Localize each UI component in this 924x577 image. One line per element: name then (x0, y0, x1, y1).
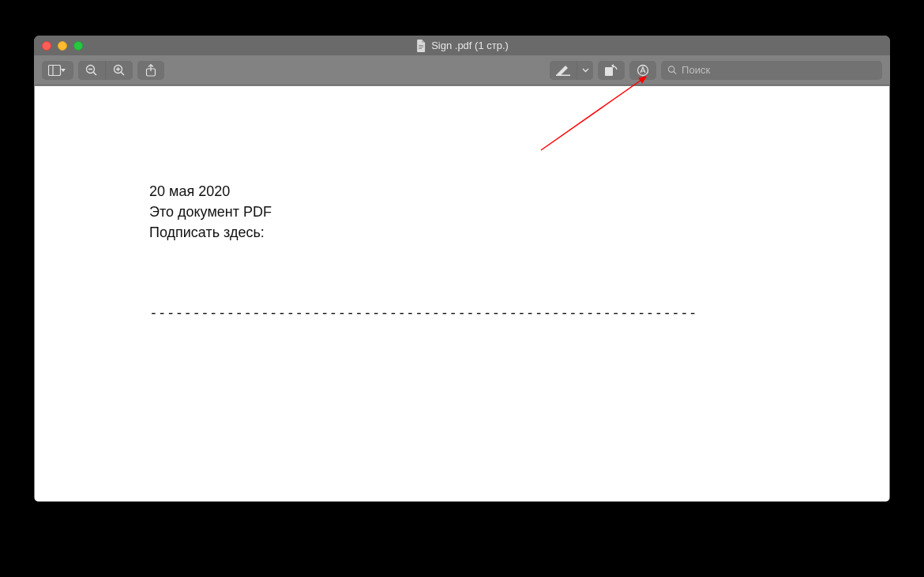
svg-line-6 (93, 72, 96, 75)
sidebar-toggle-button[interactable] (42, 61, 73, 80)
search-input[interactable] (682, 64, 876, 76)
sidebar-icon (48, 65, 67, 76)
app-window: Sign .pdf (1 стр.) (34, 36, 890, 502)
zoom-out-button[interactable] (78, 61, 105, 80)
svg-rect-15 (605, 67, 613, 76)
maximize-window-button[interactable] (73, 41, 83, 51)
doc-line-title: Это документ PDF (149, 202, 731, 222)
highlight-dropdown-button[interactable] (577, 61, 593, 80)
highlight-button[interactable] (550, 61, 577, 80)
svg-point-17 (668, 66, 674, 72)
window-title-group: Sign .pdf (1 стр.) (415, 40, 509, 52)
close-window-button[interactable] (42, 41, 51, 51)
chevron-down-icon (582, 68, 589, 73)
svg-line-9 (121, 72, 124, 75)
svg-line-18 (674, 71, 676, 74)
svg-rect-0 (419, 45, 423, 46)
zoom-out-icon (85, 64, 98, 77)
document-page: 20 мая 2020 Это документ PDF Подписать з… (35, 86, 889, 501)
highlight-group (550, 61, 593, 80)
search-icon (667, 65, 677, 75)
svg-rect-3 (49, 65, 61, 75)
zoom-in-icon (113, 64, 126, 77)
share-button[interactable] (137, 61, 164, 80)
titlebar: Sign .pdf (1 стр.) (34, 36, 890, 55)
window-title: Sign .pdf (1 стр.) (431, 40, 509, 51)
window-controls (42, 41, 83, 51)
doc-line-sign: Подписать здесь: (149, 222, 731, 243)
doc-separator: ----------------------------------------… (149, 302, 731, 322)
svg-rect-2 (419, 48, 422, 49)
search-box[interactable] (661, 61, 882, 80)
content-area: 20 мая 2020 Это документ PDF Подписать з… (34, 85, 890, 502)
minimize-window-button[interactable] (58, 41, 67, 51)
markup-icon (637, 64, 649, 77)
share-icon (145, 64, 156, 77)
svg-rect-14 (556, 74, 570, 76)
toolbar (34, 55, 890, 85)
rotate-button[interactable] (598, 61, 625, 80)
document-icon (415, 40, 426, 52)
zoom-group (78, 61, 133, 80)
svg-rect-1 (419, 47, 423, 47)
rotate-icon (604, 64, 618, 77)
markup-button[interactable] (629, 61, 656, 80)
highlight-icon (556, 65, 570, 76)
zoom-in-button[interactable] (106, 61, 133, 80)
doc-line-date: 20 мая 2020 (149, 181, 731, 202)
